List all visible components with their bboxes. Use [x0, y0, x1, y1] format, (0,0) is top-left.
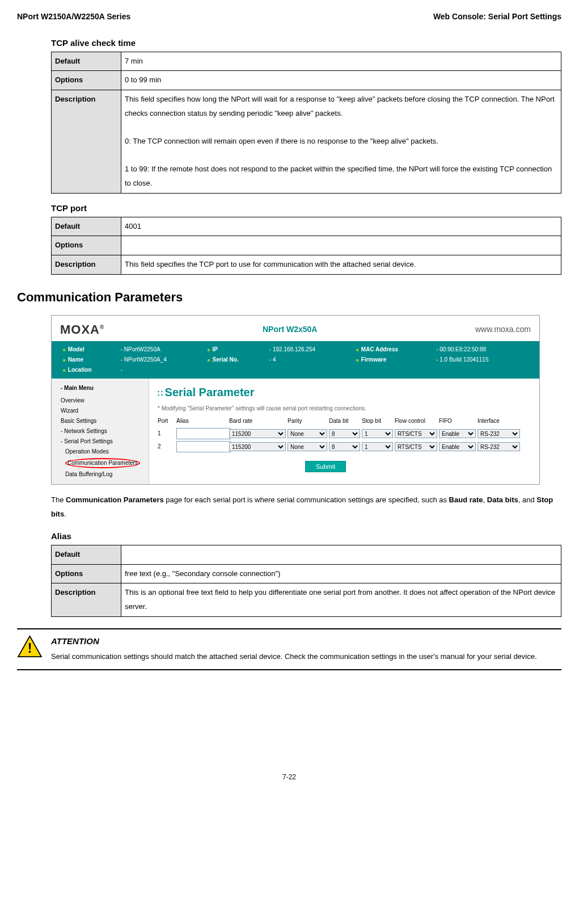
parity-select[interactable]: None: [288, 442, 327, 451]
tcp-port-table: Default 4001 Options Description This fi…: [51, 217, 561, 275]
sc-note: * Modifying "Serial Parameter" settings …: [158, 405, 531, 413]
page-header: NPort W2150A/W2250A Series Web Console: …: [17, 11, 561, 23]
value-options: 0 to 99 min: [121, 71, 561, 90]
databit-select[interactable]: 8: [329, 429, 360, 438]
label-default: Default: [52, 52, 121, 71]
databit-select[interactable]: 8: [329, 442, 360, 451]
value-default: 7 min: [121, 52, 561, 71]
label-description: Description: [52, 255, 121, 275]
nav-subitem[interactable]: Operation Modes: [56, 447, 144, 457]
label-description: Description: [52, 90, 121, 193]
attention-title: ATTENTION: [51, 635, 537, 647]
alias-title: Alias: [51, 530, 561, 542]
tcp-alive-title: TCP alive check time: [51, 37, 561, 49]
value-options: [121, 236, 561, 255]
nav-menu: - Main Menu Overview Wizard Basic Settin…: [52, 379, 149, 484]
attention-text: Serial communication settings should mat…: [51, 650, 537, 664]
baud-select[interactable]: 115200: [229, 442, 286, 451]
parity-select[interactable]: None: [288, 429, 327, 438]
comm-params-body: The Communication Parameters page for ea…: [51, 493, 561, 521]
label-default: Default: [52, 545, 121, 564]
alias-input[interactable]: [176, 441, 231, 452]
label-default: Default: [52, 217, 121, 236]
alias-table: Default Options free text (e.g., "Second…: [51, 545, 561, 617]
warning-icon: !: [17, 635, 43, 658]
info-bar: ■Model- NPortW2250A ■IP- 192.168.126.254…: [52, 341, 539, 379]
nav-subitem[interactable]: Communication Parameters: [56, 457, 144, 469]
value-default: [121, 545, 561, 564]
iface-select[interactable]: RS-232: [477, 442, 520, 451]
page-number: 7-22: [17, 772, 561, 782]
flow-select[interactable]: RTS/CTS: [395, 429, 437, 438]
moxa-logo: MOXA®: [60, 321, 104, 339]
submit-button[interactable]: Submit: [305, 461, 346, 472]
label-description: Description: [52, 583, 121, 616]
sc-title: NPort W2x50A: [263, 324, 317, 335]
label-options: Options: [52, 71, 121, 90]
stopbit-select[interactable]: 1: [362, 442, 393, 451]
svg-text:!: !: [28, 641, 32, 656]
nav-item[interactable]: Basic Settings: [56, 416, 144, 426]
flow-select[interactable]: RTS/CTS: [395, 442, 437, 451]
screenshot-frame: MOXA® NPort W2x50A www.moxa.com ■Model- …: [51, 315, 540, 485]
attention-block: ! ATTENTION Serial communication setting…: [17, 628, 561, 671]
nav-item[interactable]: - Serial Port Settings: [56, 436, 144, 447]
sc-url: www.moxa.com: [475, 324, 531, 335]
iface-select[interactable]: RS-232: [477, 429, 520, 438]
baud-select[interactable]: 115200: [229, 429, 286, 438]
tcp-alive-table: Default 7 min Options 0 to 99 min Descri…: [51, 52, 561, 194]
alias-input[interactable]: [176, 428, 231, 439]
sc-heading: ∷ Serial Parameter: [158, 384, 531, 400]
stopbit-select[interactable]: 1: [362, 429, 393, 438]
fifo-select[interactable]: Enable: [439, 442, 476, 451]
value-description: This field specifies how long the NPort …: [121, 90, 561, 193]
nav-item[interactable]: - Network Settings: [56, 426, 144, 436]
nav-item[interactable]: Wizard: [56, 406, 144, 416]
label-options: Options: [52, 564, 121, 583]
tcp-port-title: TCP port: [51, 202, 561, 214]
header-right: Web Console: Serial Port Settings: [433, 11, 561, 23]
comm-params-title: Communication Parameters: [17, 289, 561, 306]
value-description: This is an optional free text field to h…: [121, 583, 561, 616]
value-description: This field specifies the TCP port to use…: [121, 255, 561, 275]
screenshot-container: MOXA® NPort W2x50A www.moxa.com ■Model- …: [51, 315, 561, 485]
value-default: 4001: [121, 217, 561, 236]
nav-item[interactable]: Overview: [56, 396, 144, 406]
value-options: free text (e.g., "Secondary console conn…: [121, 564, 561, 583]
nav-subitem[interactable]: Data Buffering/Log: [56, 469, 144, 480]
label-options: Options: [52, 236, 121, 255]
header-left: NPort W2150A/W2250A Series: [17, 11, 130, 23]
fifo-select[interactable]: Enable: [439, 429, 476, 438]
